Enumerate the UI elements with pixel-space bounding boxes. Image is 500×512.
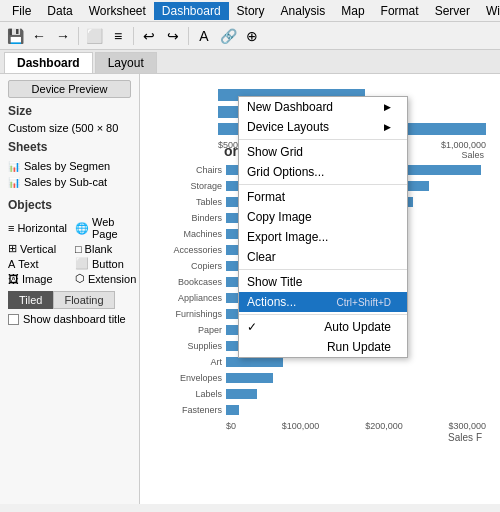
menu-dashboard[interactable]: Dashboard [154, 2, 229, 20]
sheet-item-1[interactable]: 📊 Sales by Sub-cat [8, 174, 131, 190]
obj-vertical[interactable]: ⊞ Vertical [8, 242, 67, 255]
floating-btn[interactable]: Floating [53, 291, 114, 309]
obj-vertical-label: Vertical [20, 243, 56, 255]
menu-copy-image[interactable]: Copy Image [239, 207, 407, 227]
menu-story[interactable]: Story [229, 2, 273, 20]
obj-extension-label: Extension [88, 273, 136, 285]
menu-format[interactable]: Format [373, 2, 427, 20]
tab-dashboard[interactable]: Dashboard [4, 52, 93, 73]
toolbar-btn1[interactable]: ⬜ [83, 25, 105, 47]
menu-clear[interactable]: Clear [239, 247, 407, 267]
bar-label-3: Binders [154, 213, 226, 223]
tab-layout[interactable]: Layout [95, 52, 157, 73]
sheet-item-0[interactable]: 📊 Sales by Segmen [8, 158, 131, 174]
bar-label-10: Paper [154, 325, 226, 335]
menu-auto-update[interactable]: ✓ Auto Update [239, 317, 407, 337]
sheet-label-0: Sales by Segmen [24, 160, 110, 172]
bar-label-15: Fasteners [154, 405, 226, 415]
menu-grid-options[interactable]: Grid Options... [239, 162, 407, 182]
menu-map[interactable]: Map [333, 2, 372, 20]
toolbar-forward[interactable]: → [52, 25, 74, 47]
toolbar: 💾 ← → ⬜ ≡ ↩ ↪ A 🔗 ⊕ [0, 22, 500, 50]
show-title-checkbox[interactable] [8, 314, 19, 325]
toolbar-redo[interactable]: ↪ [162, 25, 184, 47]
menu-run-update[interactable]: Run Update [239, 337, 407, 357]
menu-window[interactable]: Window [478, 2, 500, 20]
objects-list: ≡ Horizontal 🌐 Web Page ⊞ Vertical □ Bla… [8, 216, 131, 285]
bar-track-12 [226, 357, 486, 367]
bar-track-15 [226, 405, 486, 415]
bar-track-14 [226, 389, 486, 399]
toolbar-sep1 [78, 27, 79, 45]
sidebar: Device Preview Size Custom size (500 × 8… [0, 74, 140, 504]
obj-image[interactable]: 🖼 Image [8, 272, 67, 285]
layout-buttons: Tiled Floating [8, 291, 131, 309]
bar-label-14: Labels [154, 389, 226, 399]
menu-data[interactable]: Data [39, 2, 80, 20]
objects-grid: ≡ Horizontal 🌐 Web Page ⊞ Vertical □ Bla… [8, 216, 131, 285]
obj-webpage[interactable]: 🌐 Web Page [75, 216, 136, 240]
menubar: File Data Worksheet Dashboard Story Anal… [0, 0, 500, 22]
menu-file[interactable]: File [4, 2, 39, 20]
obj-button-label: Button [92, 258, 124, 270]
toolbar-btn2[interactable]: ≡ [107, 25, 129, 47]
obj-webpage-icon: 🌐 [75, 222, 89, 235]
menu-sep-3 [239, 269, 407, 270]
bar-label-4: Machines [154, 229, 226, 239]
menu-device-layouts[interactable]: Device Layouts [239, 117, 407, 137]
toolbar-save[interactable]: 💾 [4, 25, 26, 47]
tiled-btn[interactable]: Tiled [8, 291, 53, 309]
bar-label-7: Bookcases [154, 277, 226, 287]
tabs-bar: Dashboard Layout [0, 50, 500, 74]
toolbar-undo[interactable]: ↩ [138, 25, 160, 47]
obj-button-icon: ⬜ [75, 257, 89, 270]
sheet-icon-0: 📊 [8, 161, 20, 172]
menu-actions-shortcut: Ctrl+Shift+D [337, 297, 391, 308]
obj-extension[interactable]: ⬡ Extension [75, 272, 136, 285]
menu-server[interactable]: Server [427, 2, 478, 20]
menu-format[interactable]: Format [239, 187, 407, 207]
toolbar-highlight[interactable]: A [193, 25, 215, 47]
dashboard-menu: New Dashboard Device Layouts Show Grid G… [238, 96, 408, 358]
obj-webpage-label: Web Page [92, 216, 136, 240]
obj-image-icon: 🖼 [8, 273, 19, 285]
bar-fill-12 [226, 357, 283, 367]
menu-new-dashboard[interactable]: New Dashboard [239, 97, 407, 117]
toolbar-sep2 [133, 27, 134, 45]
bar-fill-15 [226, 405, 239, 415]
toolbar-sep3 [188, 27, 189, 45]
bar-label-0: Chairs [154, 165, 226, 175]
x-label-3: $300,000 [448, 421, 486, 431]
bar-label-11: Supplies [154, 341, 226, 351]
sheet-label-1: Sales by Sub-cat [24, 176, 107, 188]
x-label-1: $100,000 [282, 421, 320, 431]
obj-button[interactable]: ⬜ Button [75, 257, 136, 270]
toolbar-filter[interactable]: ⊕ [241, 25, 263, 47]
obj-text[interactable]: A Text [8, 257, 67, 270]
menu-show-title[interactable]: Show Title [239, 272, 407, 292]
obj-horizontal[interactable]: ≡ Horizontal [8, 216, 67, 240]
obj-vertical-icon: ⊞ [8, 242, 17, 255]
bar-row-14: Labels [154, 387, 486, 401]
menu-export-image[interactable]: Export Image... [239, 227, 407, 247]
obj-blank[interactable]: □ Blank [75, 242, 136, 255]
obj-text-icon: A [8, 258, 15, 270]
toolbar-link[interactable]: 🔗 [217, 25, 239, 47]
x-label-2: $200,000 [365, 421, 403, 431]
bar-track-13 [226, 373, 486, 383]
bar-fill-13 [226, 373, 273, 383]
bar-label-13: Envelopes [154, 373, 226, 383]
device-preview-btn[interactable]: Device Preview [8, 80, 131, 98]
obj-extension-icon: ⬡ [75, 272, 85, 285]
menu-show-grid[interactable]: Show Grid [239, 142, 407, 162]
menu-worksheet[interactable]: Worksheet [81, 2, 154, 20]
main-layout: Device Preview Size Custom size (500 × 8… [0, 74, 500, 504]
show-title-label: Show dashboard title [23, 313, 126, 325]
auto-update-check: ✓ [247, 320, 261, 334]
objects-title: Objects [8, 198, 131, 212]
toolbar-back[interactable]: ← [28, 25, 50, 47]
x-axis-labels: $0 $100,000 $200,000 $300,000 [154, 421, 486, 431]
menu-analysis[interactable]: Analysis [273, 2, 334, 20]
bar-label-9: Furnishings [154, 309, 226, 319]
menu-actions[interactable]: Actions... Ctrl+Shift+D [239, 292, 407, 312]
